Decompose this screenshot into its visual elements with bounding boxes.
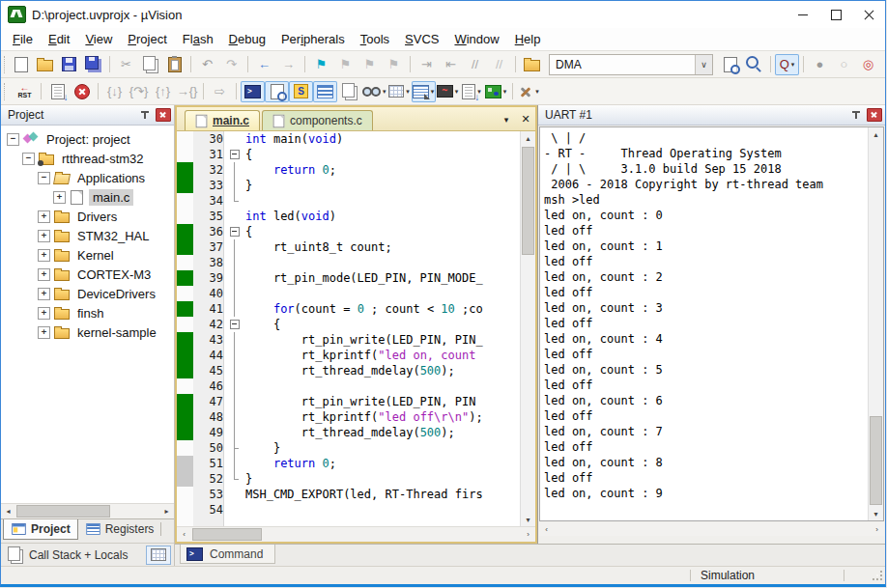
memory-window-button[interactable]: ▾ — [387, 81, 412, 102]
undo-button[interactable]: ↶ — [195, 54, 219, 75]
scroll-right-icon[interactable]: ▸ — [159, 505, 174, 518]
insert-breakpoint-button[interactable]: ● — [808, 54, 832, 75]
scroll-up-icon[interactable]: ▴ — [521, 131, 535, 145]
tab-project[interactable]: Project — [3, 519, 78, 540]
menu-tools[interactable]: Tools — [353, 30, 397, 48]
dropdown-arrow-icon[interactable]: ▾ — [383, 88, 386, 96]
navigate-back-button[interactable]: ← — [252, 54, 276, 75]
quick-find-button[interactable]: Q▾ — [775, 54, 799, 75]
fold-marker[interactable] — [228, 317, 241, 332]
command-window-button[interactable] — [241, 81, 265, 102]
callstack-window-button[interactable] — [337, 81, 361, 102]
cut-button[interactable]: ✂ — [114, 54, 138, 75]
scroll-right-icon[interactable]: › — [521, 528, 535, 541]
stop-debug-button[interactable] — [70, 81, 94, 102]
resize-grip-icon[interactable] — [872, 570, 883, 581]
pin-icon[interactable] — [140, 110, 151, 121]
tree-expander-icon[interactable]: + — [38, 230, 50, 242]
indent-button[interactable]: ⇥ — [415, 54, 439, 75]
menu-file[interactable]: File — [5, 30, 41, 48]
bookmark-toggle-button[interactable]: ⚑ — [309, 54, 333, 75]
tree-item-stm32-hal[interactable]: +STM32_HAL — [1, 226, 174, 245]
uart-vscrollbar[interactable]: ▴ ▾ — [868, 127, 883, 520]
code-area[interactable]: ▴ ▾ 30int main(void)31{32 return 0;33}34… — [177, 131, 535, 526]
tree-item-rtthread-stm32[interactable]: −rtthread-stm32 — [1, 149, 174, 168]
go-button[interactable]: ⇨ — [208, 81, 232, 102]
paste-button[interactable] — [162, 54, 186, 75]
symbol-window-button[interactable]: S — [289, 81, 313, 102]
search-combobox[interactable]: DMA∨ — [549, 54, 713, 75]
uart-output[interactable]: \ | / - RT - Thread Operating System / |… — [539, 126, 884, 521]
incremental-find-button[interactable] — [742, 54, 766, 75]
menu-help[interactable]: Help — [507, 30, 549, 48]
menu-view[interactable]: View — [77, 30, 120, 48]
enable-breakpoint-button[interactable]: ○ — [832, 54, 856, 75]
window-list-icon[interactable]: ▾ — [497, 110, 516, 128]
tab-registers[interactable]: Registers — [78, 519, 161, 539]
project-tree[interactable]: −Project: project−rtthread-stm32−Applica… — [1, 126, 174, 503]
editor-hscrollbar[interactable]: ‹ › — [177, 526, 535, 542]
tree-item-project-project[interactable]: −Project: project — [1, 129, 174, 149]
bookmark-clear-button[interactable]: ⚑ — [382, 54, 406, 75]
tree-item-cortex-m3[interactable]: +CORTEX-M3 — [1, 265, 174, 284]
menu-project[interactable]: Project — [120, 30, 174, 48]
tree-expander-icon[interactable]: − — [22, 153, 35, 165]
system-viewer-button[interactable]: ▾ — [460, 81, 484, 102]
dropdown-arrow-icon[interactable]: ▾ — [503, 88, 507, 96]
editor-vscrollbar[interactable]: ▴ ▾ — [520, 131, 535, 526]
maximize-icon[interactable] — [819, 2, 852, 27]
tree-expander-icon[interactable]: + — [38, 249, 50, 262]
serial-window-button[interactable]: ▾ — [412, 81, 436, 102]
dropdown-arrow-icon[interactable]: ▾ — [535, 88, 539, 96]
panel-close-icon[interactable] — [156, 108, 171, 122]
tree-item-applications[interactable]: −Applications — [1, 168, 174, 187]
scroll-left-icon[interactable]: ‹ — [539, 523, 554, 536]
panel-close-icon[interactable] — [867, 108, 882, 122]
menu-window[interactable]: Window — [446, 30, 506, 48]
redo-button[interactable]: ↷ — [219, 54, 243, 75]
tree-expander-icon[interactable]: + — [38, 210, 50, 223]
comment-button[interactable]: // — [463, 54, 487, 75]
uart-hscrollbar[interactable]: ‹ › — [539, 522, 884, 536]
tree-item-kernel-sample[interactable]: +kernel-sample — [1, 322, 174, 342]
bookmark-prev-button[interactable]: ⚑ — [333, 54, 358, 75]
close-document-icon[interactable]: ✕ — [516, 110, 535, 127]
watch-window-button[interactable]: ▾ — [361, 81, 387, 102]
scrollbar-thumb[interactable] — [870, 416, 882, 505]
dropdown-arrow-icon[interactable]: ▾ — [791, 61, 795, 69]
kill-all-breakpoints-button[interactable]: ⊗ — [880, 54, 887, 75]
editor-tab-main-c[interactable]: main.c — [185, 110, 260, 130]
tree-item-finsh[interactable]: +finsh — [1, 303, 174, 322]
menu-peripherals[interactable]: Peripherals — [273, 30, 353, 48]
tree-expander-icon[interactable]: − — [7, 133, 19, 146]
new-file-button[interactable] — [9, 54, 33, 75]
run-to-cursor-button[interactable]: →{} — [175, 81, 199, 102]
tree-item-kernel[interactable]: +Kernel — [1, 245, 174, 265]
find-in-files-button[interactable] — [520, 54, 544, 75]
find-in-document-button[interactable] — [718, 54, 742, 75]
disable-all-breakpoints-button[interactable]: ◎ — [856, 54, 880, 75]
tree-expander-icon[interactable]: + — [38, 307, 50, 320]
scroll-down-icon[interactable]: ▾ — [869, 507, 883, 520]
analysis-window-button[interactable]: ~▾ — [436, 81, 460, 102]
step-over-button[interactable]: {↷} — [127, 81, 151, 102]
menu-svcs[interactable]: SVCS — [397, 30, 446, 48]
tree-item-devicedrivers[interactable]: +DeviceDrivers — [1, 284, 174, 303]
tree-expander-icon[interactable]: − — [38, 172, 50, 184]
tree-expander-icon[interactable]: + — [38, 268, 50, 281]
outdent-button[interactable]: ⇤ — [439, 54, 463, 75]
scroll-left-icon[interactable]: ‹ — [177, 528, 191, 541]
toolbox-button[interactable]: ▾ — [484, 81, 508, 102]
tree-expander-icon[interactable]: + — [38, 288, 50, 300]
scrollbar-thumb[interactable] — [16, 505, 110, 518]
tab-callstack-locals[interactable]: Call Stack + Locals — [4, 545, 141, 566]
combo-dropdown-icon[interactable]: ∨ — [695, 55, 712, 74]
tab-command[interactable]: Command — [180, 545, 275, 564]
close-icon[interactable] — [852, 2, 885, 27]
dropdown-arrow-icon[interactable]: ▾ — [455, 88, 459, 96]
project-hscrollbar[interactable]: ◂ ▸ — [1, 503, 174, 518]
open-file-button[interactable] — [33, 54, 57, 75]
minimize-icon[interactable] — [787, 2, 819, 27]
save-button[interactable] — [57, 54, 81, 75]
memory-window-tab[interactable] — [146, 546, 171, 565]
